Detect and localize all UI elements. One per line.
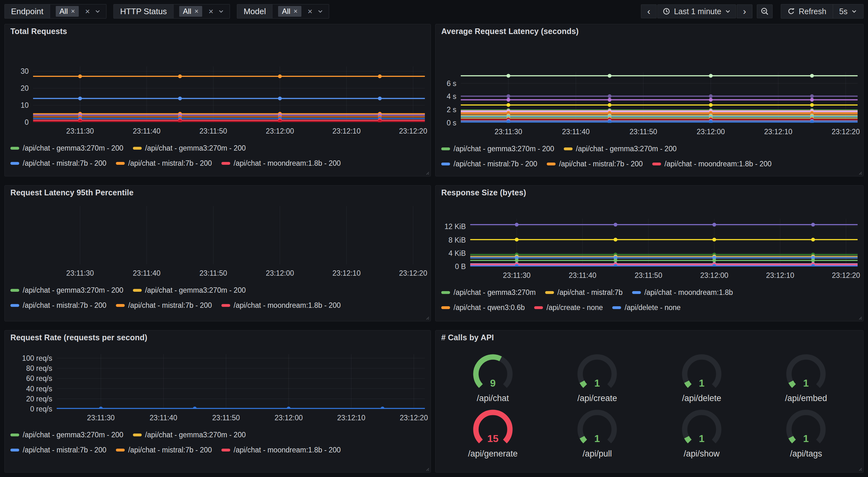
time-shift-back-button[interactable]: ‹ xyxy=(641,4,657,18)
filter-http-status-value[interactable]: All × × xyxy=(174,4,230,18)
filter-endpoint-value[interactable]: All × × xyxy=(50,4,106,18)
y-axis-label: 20 req/s xyxy=(5,394,52,404)
chart-plot[interactable] xyxy=(461,72,858,123)
legend-item[interactable]: /api/chat - gemma3:270m - 200 xyxy=(10,144,123,152)
x-axis-label: 23:11:30 xyxy=(52,269,108,277)
remove-tag-icon[interactable]: × xyxy=(293,7,298,16)
chevron-down-icon[interactable] xyxy=(218,8,224,14)
legend-row: /api/chat - mistral:7b - 200/api/chat - … xyxy=(10,442,426,457)
legend-swatch xyxy=(632,291,641,294)
clear-filter-icon[interactable]: × xyxy=(308,7,312,16)
legend-swatch xyxy=(441,162,450,166)
clear-filter-icon[interactable]: × xyxy=(85,7,90,16)
legend-label: /api/chat - qwen3:0.6b xyxy=(454,303,525,312)
legend-item[interactable]: /api/chat - qwen3:0.6b xyxy=(441,303,525,312)
legend-swatch xyxy=(221,449,230,451)
panel-resize-handle[interactable] xyxy=(425,316,430,320)
chevron-down-icon xyxy=(725,8,731,14)
chart-plot[interactable] xyxy=(33,66,425,122)
y-axis-label: 6 s xyxy=(436,79,456,88)
filter-model-pill[interactable]: All × xyxy=(278,6,301,17)
panel-resize-handle[interactable] xyxy=(425,467,430,471)
gauge: 1/api/delete xyxy=(675,349,728,405)
legend-item[interactable]: /api/chat - gemma3:270m - 200 xyxy=(133,144,246,152)
legend: /api/chat - gemma3:270m - 200/api/chat -… xyxy=(10,141,426,171)
legend-item[interactable]: /api/chat - mistral:7b - 200 xyxy=(116,446,212,454)
y-axis-label: 0 s xyxy=(436,118,456,128)
gauge-label: /api/pull xyxy=(583,449,612,459)
panel-resize-handle[interactable] xyxy=(858,467,862,471)
zoom-out-time-button[interactable] xyxy=(757,4,773,18)
refresh-label: Refresh xyxy=(799,7,827,16)
legend-item[interactable]: /api/chat - gemma3:270m xyxy=(441,288,536,297)
legend-item[interactable]: /api/chat - mistral:7b xyxy=(545,288,623,297)
x-axis-label: 23:11:40 xyxy=(135,413,192,422)
filter-http-status-pill[interactable]: All × xyxy=(179,6,203,17)
chevron-down-icon[interactable] xyxy=(317,8,323,14)
y-axis-label: 30 xyxy=(5,66,29,76)
filter-endpoint-pill[interactable]: All × xyxy=(56,6,79,17)
legend-item[interactable]: /api/chat - gemma3:270m - 200 xyxy=(133,431,246,439)
filter-model-value[interactable]: All × × xyxy=(273,4,329,18)
time-shift-forward-button[interactable]: › xyxy=(737,4,752,18)
legend-item[interactable]: /api/chat - moondream:1.8b xyxy=(632,288,733,297)
legend-swatch xyxy=(10,449,19,451)
x-axis-label: 23:12:00 xyxy=(682,127,739,136)
chevron-down-icon[interactable] xyxy=(95,8,100,14)
chart-plot[interactable] xyxy=(470,219,858,267)
chart-plot[interactable] xyxy=(33,206,425,264)
legend-item[interactable]: /api/chat - gemma3:270m - 200 xyxy=(441,145,554,153)
clear-filter-icon[interactable]: × xyxy=(209,7,213,16)
legend-label: /api/chat - gemma3:270m - 200 xyxy=(145,431,246,439)
remove-tag-icon[interactable]: × xyxy=(194,7,198,16)
legend-label: /api/chat - moondream:1.8b - 200 xyxy=(234,446,341,454)
x-axis-label: 23:11:30 xyxy=(72,413,129,422)
legend-item[interactable]: /api/chat - gemma3:270m - 200 xyxy=(10,431,123,439)
legend-item[interactable]: /api/chat - mistral:7b - 200 xyxy=(441,160,537,168)
legend-swatch xyxy=(652,162,661,166)
legend-swatch xyxy=(116,162,125,165)
data-point xyxy=(614,238,617,242)
remove-tag-icon[interactable]: × xyxy=(71,7,75,16)
data-point xyxy=(515,258,519,262)
legend-item[interactable]: /api/chat - moondream:1.8b - 200 xyxy=(221,159,341,168)
legend-item[interactable]: /api/chat - moondream:1.8b - 200 xyxy=(221,446,341,454)
legend-item[interactable]: /api/chat - mistral:7b - 200 xyxy=(10,159,106,168)
panel-body: 12 KiB8 KiB4 KiB0 B23:11:3023:11:4023:11… xyxy=(436,185,863,321)
legend-label: /api/chat - moondream:1.8b - 200 xyxy=(664,160,772,168)
legend: /api/chat - gemma3:270m - 200/api/chat -… xyxy=(10,427,426,457)
legend-swatch xyxy=(545,291,554,294)
legend-item[interactable]: /api/chat - mistral:7b - 200 xyxy=(10,301,106,310)
gauge-value: 1 xyxy=(699,433,705,444)
legend-swatch xyxy=(133,147,142,150)
gauge: 1/api/pull xyxy=(570,405,624,460)
data-point xyxy=(378,74,382,78)
panel-resize-handle[interactable] xyxy=(858,316,862,320)
legend-item[interactable]: /api/chat - mistral:7b - 200 xyxy=(116,159,212,168)
legend-label: /api/chat - moondream:1.8b - 200 xyxy=(234,159,341,168)
refresh-button[interactable]: Refresh xyxy=(781,4,833,18)
legend-item[interactable]: /api/chat - gemma3:270m - 200 xyxy=(564,145,677,153)
panel-resize-handle[interactable] xyxy=(858,171,862,175)
legend-item[interactable]: /api/chat - moondream:1.8b - 200 xyxy=(221,301,341,310)
gauge-arc: 9 xyxy=(466,351,520,393)
legend-item[interactable]: /api/delete - none xyxy=(612,303,681,312)
data-point xyxy=(278,74,282,78)
legend-item[interactable]: /api/chat - mistral:7b - 200 xyxy=(547,160,643,168)
legend-item[interactable]: /api/chat - gemma3:270m - 200 xyxy=(133,286,246,295)
legend-swatch xyxy=(564,147,572,150)
legend-item[interactable]: /api/chat - moondream:1.8b - 200 xyxy=(652,160,772,168)
legend-item[interactable]: /api/create - none xyxy=(534,303,603,312)
x-axis-label: 23:11:40 xyxy=(118,269,175,277)
time-range-picker[interactable]: Last 1 minute xyxy=(657,4,736,18)
grafana-dashboard: Endpoint All × × HTTP Status xyxy=(0,0,868,477)
panel-resize-handle[interactable] xyxy=(425,171,430,175)
legend-item[interactable]: /api/chat - gemma3:270m - 200 xyxy=(10,286,123,295)
legend-item[interactable]: /api/chat - mistral:7b - 200 xyxy=(116,301,212,310)
legend-row: /api/chat - gemma3:270m - 200/api/chat -… xyxy=(10,141,426,156)
data-point xyxy=(608,94,612,98)
y-axis-label: 80 req/s xyxy=(5,364,52,373)
legend-item[interactable]: /api/chat - mistral:7b - 200 xyxy=(10,446,106,454)
chart-plot[interactable] xyxy=(57,354,425,409)
refresh-interval-picker[interactable]: 5s xyxy=(833,4,863,18)
